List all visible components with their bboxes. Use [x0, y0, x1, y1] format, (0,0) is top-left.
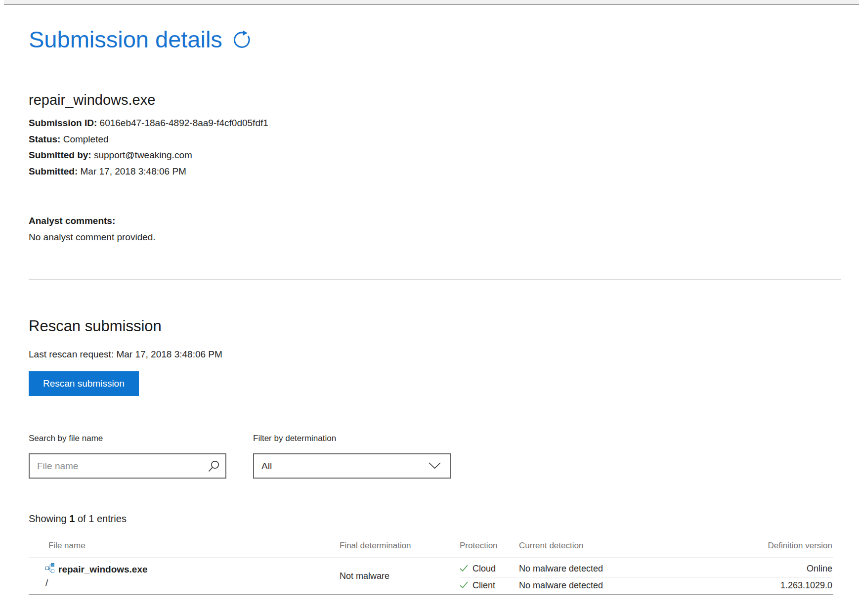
rescan-submission-button[interactable]: Rescan submission	[29, 371, 139, 396]
client-definition-version: 1.263.1029.0	[682, 580, 833, 591]
col-header-definition-version[interactable]: Definition version	[682, 541, 833, 551]
file-name-line: repair_windows.exe	[45, 563, 340, 576]
refresh-button[interactable]	[232, 30, 251, 51]
section-divider	[29, 279, 841, 280]
status-label: Status:	[29, 134, 60, 144]
client-detection: No malware detected	[519, 580, 682, 591]
submitted-label: Submitted:	[29, 166, 78, 176]
submitted-value: Mar 17, 2018 3:48:06 PM	[81, 166, 186, 176]
submission-details-block: repair_windows.exe Submission ID: 6016eb…	[29, 92, 268, 179]
submitted-line: Submitted: Mar 17, 2018 3:48:06 PM	[29, 164, 268, 180]
submitted-by-value: support@tweaking.com	[94, 150, 192, 160]
search-box	[29, 453, 226, 479]
row-file-path: /	[45, 577, 340, 588]
col-header-current-detection[interactable]: Current detection	[519, 541, 682, 551]
results-table: File name Final determination Protection…	[29, 539, 833, 595]
refresh-icon	[232, 44, 251, 51]
search-input[interactable]	[29, 453, 226, 479]
chevron-down-icon	[429, 461, 441, 472]
search-icon[interactable]	[208, 460, 220, 475]
determination-column: Filter by determination All	[253, 434, 451, 479]
status-line: Status: Completed	[29, 132, 268, 148]
title-row: Submission details	[29, 26, 251, 53]
search-label: Search by file name	[29, 434, 226, 443]
showing-prefix: Showing	[29, 513, 67, 524]
protection-name: Client	[472, 580, 495, 591]
main-content: Submission details repair_windows.exe Su…	[29, 0, 841, 616]
submitted-by-label: Submitted by:	[29, 150, 91, 160]
determination-label: Filter by determination	[253, 434, 451, 443]
determination-selected-value: All	[261, 461, 272, 472]
col-header-final-determination[interactable]: Final determination	[340, 541, 460, 551]
rescan-heading: Rescan submission	[29, 317, 222, 335]
file-tree-icon	[45, 563, 54, 576]
page-title: Submission details	[29, 26, 222, 53]
showing-count: 1	[69, 513, 75, 524]
final-determination-cell: Not malware	[340, 571, 460, 581]
protection-row-cloud: Cloud No malware detected Online	[460, 561, 833, 578]
check-icon	[460, 564, 468, 574]
determination-dropdown[interactable]: All	[253, 453, 451, 479]
cloud-detection: No malware detected	[519, 564, 682, 574]
table-row: repair_windows.exe / Not malware Cloud	[29, 558, 833, 595]
last-rescan-request: Last rescan request: Mar 17, 2018 3:48:0…	[29, 349, 222, 360]
protection-rows: Cloud No malware detected Online Client	[460, 558, 833, 594]
col-header-protection[interactable]: Protection	[460, 541, 519, 551]
analyst-comments-value: No analyst comment provided.	[29, 229, 156, 245]
table-header-row: File name Final determination Protection…	[29, 539, 833, 558]
client-protection: Client	[460, 580, 519, 591]
submission-id-value: 6016eb47-18a6-4892-8aa9-f4cf0d05fdf1	[100, 118, 268, 128]
check-icon	[460, 580, 468, 591]
status-value: Completed	[63, 134, 109, 144]
rescan-section: Rescan submission Last rescan request: M…	[29, 317, 222, 396]
submission-id-line: Submission ID: 6016eb47-18a6-4892-8aa9-f…	[29, 115, 268, 132]
showing-suffix: of 1 entries	[78, 513, 127, 524]
cloud-protection: Cloud	[460, 564, 519, 574]
submitted-by-line: Submitted by: support@tweaking.com	[29, 147, 268, 164]
search-column: Search by file name	[29, 434, 226, 479]
filters-row: Search by file name Filter by determinat…	[29, 434, 451, 479]
protection-row-client: Client No malware detected 1.263.1029.0	[460, 578, 833, 594]
row-file-name[interactable]: repair_windows.exe	[58, 564, 148, 575]
col-header-file-name[interactable]: File name	[29, 541, 340, 551]
cloud-definition-version: Online	[682, 564, 833, 574]
analyst-comments-label: Analyst comments:	[29, 213, 156, 229]
protection-name: Cloud	[472, 564, 496, 574]
analyst-comments-block: Analyst comments: No analyst comment pro…	[29, 213, 156, 245]
submission-id-label: Submission ID:	[29, 118, 97, 128]
showing-entries: Showing 1 of 1 entries	[29, 513, 127, 525]
submission-file-name: repair_windows.exe	[29, 92, 268, 108]
file-name-cell: repair_windows.exe /	[29, 558, 340, 594]
